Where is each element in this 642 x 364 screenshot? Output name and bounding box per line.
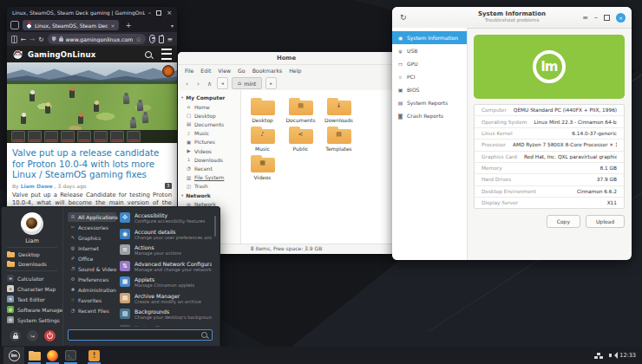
app-archive-manager[interactable]: ▤Archive ManagerCreate and modify an arc… — [120, 293, 212, 304]
category-preferences[interactable]: ⚙Preferences — [68, 275, 116, 284]
category-administration[interactable]: ✱Administration — [68, 285, 116, 295]
taskbar-firefox-app[interactable] — [44, 347, 61, 364]
menu-search-bar[interactable] — [68, 329, 213, 341]
sidebar-item-file-system[interactable]: ▥File System — [178, 173, 240, 182]
folder-downloads[interactable]: ↓Downloads — [321, 98, 357, 123]
sidebar-item-pictures[interactable]: ▣Pictures — [178, 138, 240, 146]
folder-desktop[interactable]: Desktop — [245, 98, 280, 123]
sidebar-item-usb[interactable]: ψUSB — [392, 44, 467, 57]
folder-music[interactable]: ♪Music — [245, 127, 280, 152]
firefox-titlebar[interactable]: Linux, SteamOS, Steam Deck gaming | Gami… — [7, 7, 177, 18]
search-icon[interactable] — [145, 51, 152, 58]
list-tabs-icon[interactable]: ▾ — [171, 23, 174, 29]
category-all-applications[interactable]: ⊞All Applications — [68, 212, 116, 222]
category-graphics[interactable]: ✎Graphics — [68, 233, 116, 243]
place-downloads[interactable]: Downloads — [2, 259, 62, 269]
favorite-text-editor[interactable]: ≡Text Editor — [2, 294, 62, 304]
tracking-shield-icon[interactable] — [52, 36, 56, 42]
sidebar-item-recent[interactable]: ◔Recent — [178, 164, 240, 172]
hamburger-menu-icon[interactable]: ≡ — [582, 14, 588, 22]
category-internet[interactable]: ◍Internet — [68, 244, 116, 253]
extensions-icon[interactable] — [159, 36, 164, 43]
menu-view[interactable]: View — [218, 68, 231, 74]
menu-bookmarks[interactable]: Bookmarks — [252, 68, 283, 74]
sidebar-computer-header[interactable]: ▾ My Computer — [178, 93, 240, 102]
app-advanced-network-configuration[interactable]: ⇅Advanced Network ConfigurationManage an… — [120, 261, 212, 272]
place-desktop[interactable]: Desktop — [2, 250, 62, 259]
sidebar-item-crash-reports[interactable]: ◙Crash Reports — [392, 109, 467, 122]
folder-templates[interactable]: ▤Templates — [321, 127, 357, 152]
favorite-software-manager[interactable]: ◍Software Manager — [2, 304, 62, 315]
breadcrumb-prev-button[interactable]: ◂ — [217, 77, 228, 89]
favorite-system-settings[interactable]: ⚙System Settings — [2, 315, 62, 325]
article-headline[interactable]: Valve put up a release candidate for Pro… — [12, 147, 172, 180]
network-icon[interactable] — [597, 353, 600, 355]
app-accessibility[interactable]: ✣AccessibilityConfigure accessibility fe… — [120, 212, 212, 224]
hamburger-menu-icon[interactable] — [161, 49, 172, 60]
byline-author-link[interactable]: Liam Dawe — [21, 183, 53, 189]
firefox-view-icon[interactable] — [10, 21, 19, 29]
up-button[interactable]: ∧ — [206, 80, 213, 88]
url-bar[interactable]: www.gamingonlinux.com ☆ — [48, 34, 146, 44]
site-name[interactable]: GamingOnLinux — [28, 50, 95, 59]
sidebar-item-gpu[interactable]: ▭GPU — [392, 57, 467, 70]
breadcrumb[interactable]: ⌂ mint — [232, 77, 262, 89]
penguin-logo-icon[interactable] — [12, 49, 23, 60]
scrollbar[interactable] — [214, 216, 216, 237]
bookmark-star-icon[interactable]: ☆ — [135, 36, 141, 43]
taskbar-sysinfo-app[interactable]: ! — [86, 347, 102, 364]
active-tab[interactable]: Linux, SteamOS, Steam Dec × — [23, 20, 119, 30]
headerbar[interactable]: ↻ System Information Troubleshoot proble… — [392, 7, 632, 29]
volume-icon[interactable] — [609, 354, 612, 357]
category-sound-video[interactable]: ♬Sound & Video — [68, 264, 116, 274]
menu-go[interactable]: Go — [238, 68, 246, 74]
user-avatar[interactable] — [21, 212, 43, 235]
menu-help[interactable]: Help — [289, 68, 301, 74]
sidebar-toggle-icon[interactable] — [11, 36, 17, 43]
maximize-button[interactable] — [604, 15, 610, 21]
taskbar-terminal-app[interactable]: ›_ — [62, 347, 79, 364]
app-actions[interactable]: ≡ActionsManage your actions — [120, 244, 212, 256]
sidebar-item-pci[interactable]: ⌗PCI — [392, 70, 467, 83]
category-favorites[interactable]: ☆Favorites — [68, 296, 116, 305]
app-account-details[interactable]: ◉Account detailsChange your user prefere… — [120, 229, 212, 240]
folder-videos[interactable]: ▦Videos — [245, 155, 280, 180]
sidebar-item-home[interactable]: ⌂Home — [178, 102, 240, 111]
back-button[interactable]: ‹ — [183, 80, 191, 88]
account-icon[interactable] — [149, 35, 155, 43]
sidebar-item-system-reports[interactable]: ▤System Reports — [392, 96, 467, 109]
favorite-calculator[interactable]: =Calculator — [2, 273, 62, 283]
shutdown-button[interactable] — [44, 330, 56, 341]
clock[interactable]: 12:33 — [619, 352, 636, 359]
menu-button[interactable]: lm — [3, 347, 24, 364]
lock-icon[interactable] — [59, 38, 63, 42]
sidebar-item-trash[interactable]: ◫Trash — [178, 182, 240, 191]
folder-documents[interactable]: ▤Documents — [283, 98, 318, 123]
maximize-button[interactable] — [156, 10, 161, 16]
forward-button[interactable]: › — [194, 80, 202, 88]
file-manager-titlebar[interactable]: Home — [178, 52, 395, 65]
minimize-button[interactable]: – — [148, 10, 152, 16]
app-backup-tool[interactable]: ↻Backup Tool — [120, 325, 212, 328]
folder-public[interactable]: <Public — [283, 127, 318, 152]
sidebar-item-desktop[interactable]: ▢Desktop — [178, 111, 240, 120]
copy-button[interactable]: Copy — [547, 215, 580, 228]
forward-button[interactable]: → — [29, 36, 35, 43]
new-tab-button[interactable]: + — [126, 22, 132, 29]
tab-close-icon[interactable]: × — [111, 23, 115, 29]
taskbar-files-app[interactable] — [26, 347, 43, 364]
sidebar-item-videos[interactable]: ▶Videos — [178, 146, 240, 155]
menu-file[interactable]: File — [185, 68, 193, 74]
app-backgrounds[interactable]: ▨BackgroundsChange your desktop's backgr… — [120, 309, 212, 320]
sidebar-network-header[interactable]: ▾ Network — [178, 191, 240, 200]
sidebar-item-documents[interactable]: ▤Documents — [178, 120, 240, 128]
app-menu-icon[interactable]: ≡ — [167, 36, 173, 43]
refresh-icon[interactable]: ↻ — [400, 13, 407, 22]
category-office[interactable]: ✐Office — [68, 254, 116, 263]
menu-edit[interactable]: Edit — [200, 68, 211, 74]
close-button[interactable]: × — [167, 10, 172, 16]
sidebar-item-downloads[interactable]: ↓Downloads — [178, 155, 240, 164]
category-accessories[interactable]: ✂Accessories — [68, 223, 116, 232]
back-button[interactable]: ← — [21, 36, 26, 43]
logout-button[interactable]: ↪ — [27, 330, 38, 341]
